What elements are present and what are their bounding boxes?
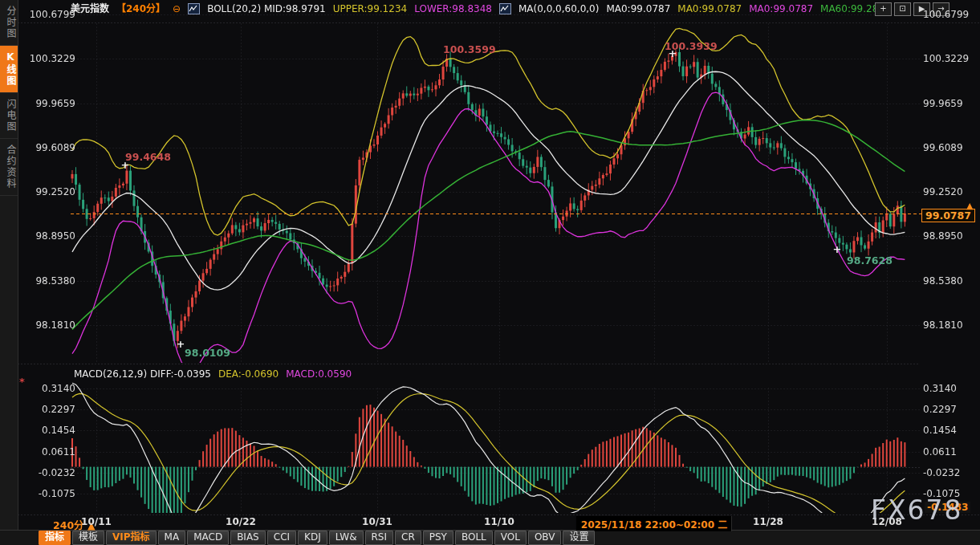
toolbar-button-CCI[interactable]: CCI (267, 531, 296, 545)
chart_data.macd_axis-label-right: 0.0611 (923, 446, 957, 458)
xaxis-date-label: 10/31 (362, 516, 392, 527)
chart-type-sidebar: 分时图K线图闪电图合约资料 (0, 0, 18, 530)
chart_data.price_axis-label-right: 100.3229 (923, 53, 969, 64)
toolbar-button-BOLL[interactable]: BOLL (455, 531, 493, 545)
macd-panel-icon[interactable]: * (19, 376, 25, 388)
price-up-arrow-icon: ▲ (966, 201, 973, 211)
zigzag-cross-marker: + (669, 47, 677, 59)
toolbar-button-LW&[interactable]: LW& (329, 531, 364, 545)
zigzag-cross-marker: + (177, 338, 185, 350)
xaxis-date-label: 11/28 (753, 516, 783, 527)
toolbar-button-MACD[interactable]: MACD (187, 531, 229, 545)
chart-mini-icon (188, 3, 200, 14)
period-tag: 【240分】 (116, 2, 165, 15)
price-extreme-annotation: 100.3599 (443, 43, 496, 55)
toolbar-button-VIP指标[interactable]: VIP指标 (106, 531, 157, 545)
boll-lower-label: LOWER:98.8348 (414, 2, 492, 15)
sidebar-tab-合约资料[interactable]: 合约资料 (0, 139, 18, 196)
chart_data.macd_axis-label-left: 0.2297 (26, 404, 75, 415)
price-extreme-annotation: 98.7628 (847, 254, 893, 266)
toolbar-button-模板[interactable]: 模板 (72, 531, 104, 545)
macd-dea-label: DEA:-0.0690 (218, 368, 279, 380)
chart_data.price_axis-label-right: 99.9659 (923, 98, 963, 109)
chart-mini-icon (499, 3, 511, 14)
xaxis-date-label: 10/11 (81, 516, 112, 527)
price-extreme-annotation: 99.4648 (125, 151, 171, 163)
toolbar-button-CR[interactable]: CR (395, 531, 421, 545)
chart_data.price_axis-label-right: 99.2520 (923, 186, 963, 197)
collapse-circle-icon: ⊖ (173, 2, 181, 15)
chart_data.macd_axis-label-left: -0.0232 (26, 467, 75, 478)
chart_data.price_axis-label-left: 99.6089 (26, 142, 75, 153)
ma0-magenta-label: MA0:99.0787 (749, 2, 813, 15)
ma-params-label: MA(0,0,0,60,0,0) (518, 2, 599, 15)
indicator-toolbar: 指标模板VIP指标MAMACDBIASCCIKDJLW&RSICRPSYBOLL… (39, 531, 595, 545)
chart_data.price_axis-label-left: 100.6799 (26, 9, 75, 20)
price-extreme-annotation: 98.0109 (185, 347, 230, 359)
chart_data.macd_axis-label-right: 0.2297 (923, 404, 957, 415)
instrument-title: 美元指数 (71, 2, 109, 15)
axis-range-icon[interactable]: ⊡ (894, 2, 911, 16)
chart_data.price_axis-label-right: 98.1810 (923, 319, 963, 331)
toolbar-button-VOL[interactable]: VOL (494, 531, 527, 545)
toolbar-button-PSY[interactable]: PSY (423, 531, 453, 545)
chart_data.price_axis-label-left: 99.9659 (26, 98, 75, 109)
fx678-watermark: FX678 (871, 494, 963, 526)
zigzag-cross-marker: + (121, 159, 130, 171)
toolbar-button-RSI[interactable]: RSI (365, 531, 394, 545)
sidebar-tab-K线图[interactable]: K线图 (0, 46, 18, 93)
chart_data.price_axis-label-left: 98.8950 (26, 230, 75, 242)
macd-header: MACD(26,12,9) DIFF:-0.0395DEA:-0.0690MAC… (74, 368, 352, 380)
selected-candle-date-label: 2025/11/18 22:00~02:00 二 (576, 516, 732, 531)
macd-value-label: MACD:0.0590 (286, 368, 352, 380)
chart_data.price_axis-label-right: 98.8950 (923, 230, 963, 242)
xaxis-date-label: 10/22 (226, 516, 256, 527)
toolbar-button-OBV[interactable]: OBV (528, 531, 562, 545)
indicator-header: 美元指数【240分】⊖BOLL(20,2) MID:98.9791UPPER:9… (71, 2, 891, 15)
chart-canvas[interactable] (0, 0, 980, 545)
boll-mid-label: BOLL(20,2) MID:98.9791 (207, 2, 326, 15)
chart_data.price_axis-label-right: 100.6799 (923, 9, 969, 20)
chart_data.macd_axis-label-left: -0.1075 (26, 488, 75, 499)
chart_data.price_axis-label-left: 98.5380 (26, 275, 75, 287)
chart_data.macd_axis-label-left: 0.1454 (26, 425, 75, 436)
xaxis-date-label: 11/10 (484, 516, 514, 527)
chart_data.macd_axis-label-right: 0.3140 (923, 383, 957, 394)
toolbar-button-MA[interactable]: MA (158, 531, 186, 545)
ma0-white-label: MA0:99.0787 (606, 2, 670, 15)
toolbar-button-设置[interactable]: 设置 (563, 531, 595, 545)
chart_data.macd_axis-label-right: 0.1454 (923, 425, 957, 436)
toolbar-button-BIAS[interactable]: BIAS (230, 531, 266, 545)
chart_data.price_axis-label-right: 98.5380 (923, 275, 963, 287)
macd-diff-label: MACD(26,12,9) DIFF:-0.0395 (74, 368, 211, 380)
sidebar-tab-分时图[interactable]: 分时图 (0, 0, 18, 46)
chart_data.price_axis-label-left: 100.3229 (26, 53, 75, 64)
chart_data.macd_axis-label-right: -0.0232 (923, 467, 960, 478)
chart_data.macd_axis-label-left: 0.0611 (26, 446, 75, 458)
toolbar-button-KDJ[interactable]: KDJ (298, 531, 327, 545)
chart_data.price_axis-label-left: 99.2520 (26, 186, 75, 197)
chart_data.macd_axis-label-left: 0.3140 (26, 383, 75, 394)
trading-app-window: 分时图K线图闪电图合约资料 美元指数【240分】⊖BOLL(20,2) MID:… (0, 0, 980, 545)
chart_data.price_axis-label-left: 98.1810 (26, 319, 75, 331)
sidebar-tab-闪电图[interactable]: 闪电图 (0, 93, 18, 139)
chart_data.price_axis-label-right: 99.6089 (923, 142, 963, 153)
ma0-yellow-label: MA0:99.0787 (677, 2, 742, 15)
zigzag-cross-marker: + (833, 243, 842, 255)
toolbar-button-指标[interactable]: 指标 (39, 531, 71, 545)
boll-upper-label: UPPER:99.1234 (333, 2, 407, 15)
pan-crosshair-icon[interactable]: + (875, 2, 892, 16)
